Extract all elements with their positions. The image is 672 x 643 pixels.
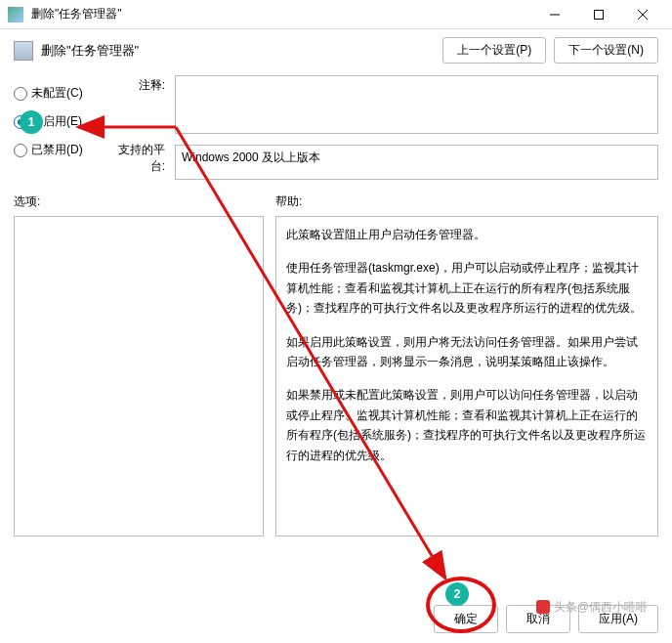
next-setting-button[interactable]: 下一个设置(N) bbox=[554, 37, 658, 64]
radio-not-configured[interactable]: 未配置(C) bbox=[14, 85, 116, 102]
supported-platform-box[interactable]: Windows 2000 及以上版本 bbox=[175, 145, 658, 180]
help-p3: 如果启用此策略设置，则用户将无法访问任务管理器。如果用户尝试启动任务管理器，则将… bbox=[286, 332, 648, 372]
help-panel: 此策略设置阻止用户启动任务管理器。 使用任务管理器(taskmgr.exe)，用… bbox=[275, 216, 658, 536]
window-controls bbox=[532, 1, 664, 28]
window-icon bbox=[8, 7, 23, 22]
platform-text: Windows 2000 及以上版本 bbox=[182, 150, 320, 164]
comment-textarea[interactable] bbox=[175, 75, 658, 134]
previous-setting-button[interactable]: 上一个设置(P) bbox=[442, 37, 546, 64]
prev-label: 上一个设置(P) bbox=[457, 43, 531, 57]
next-label: 下一个设置(N) bbox=[568, 43, 644, 57]
maximize-button[interactable] bbox=[576, 1, 620, 28]
annotation-badge-1: 1 bbox=[20, 110, 43, 134]
options-panel bbox=[14, 216, 264, 536]
svg-rect-0 bbox=[594, 10, 603, 19]
panels-row: 此策略设置阻止用户启动任务管理器。 使用任务管理器(taskmgr.exe)，用… bbox=[0, 216, 672, 536]
field-column: Windows 2000 及以上版本 bbox=[175, 75, 658, 180]
radio-icon bbox=[14, 87, 27, 101]
platform-label: 支持的平台: bbox=[116, 142, 165, 175]
header-row: 删除"任务管理器" 上一个设置(P) 下一个设置(N) bbox=[0, 29, 672, 75]
close-button[interactable] bbox=[620, 1, 664, 28]
policy-title: 删除"任务管理器" bbox=[41, 42, 435, 60]
help-label: 帮助: bbox=[275, 193, 302, 210]
minimize-button[interactable] bbox=[532, 1, 576, 28]
ok-label: 确定 bbox=[454, 612, 478, 625]
window-titlebar: 删除"任务管理器" bbox=[0, 0, 672, 29]
help-p4: 如果禁用或未配置此策略设置，则用户可以访问任务管理器，以启动或停止程序、监视其计… bbox=[286, 385, 648, 465]
radio-disabled[interactable]: 已禁用(D) bbox=[14, 142, 116, 158]
radio-icon bbox=[14, 144, 27, 157]
radio-label-disabled: 已禁用(D) bbox=[31, 142, 83, 158]
options-label: 选项: bbox=[14, 193, 275, 210]
ok-button[interactable]: 确定 bbox=[434, 605, 498, 633]
config-area: 未配置(C) 已启用(E) 已禁用(D) 注释: 支持的平台: Windows … bbox=[0, 75, 672, 180]
watermark: 头条@偶西小嗒嗒 bbox=[536, 599, 648, 616]
annotation-badge-2: 2 bbox=[445, 582, 469, 606]
comment-label: 注释: bbox=[116, 75, 165, 142]
help-p1: 此策略设置阻止用户启动任务管理器。 bbox=[286, 225, 648, 244]
radio-label-not-configured: 未配置(C) bbox=[31, 85, 83, 102]
help-p2: 使用任务管理器(taskmgr.exe)，用户可以启动或停止程序；监视其计算机性… bbox=[286, 258, 648, 318]
policy-icon bbox=[14, 41, 33, 61]
section-labels: 选项: 帮助: bbox=[0, 180, 672, 216]
window-title: 删除"任务管理器" bbox=[31, 6, 532, 22]
label-column: 注释: 支持的平台: bbox=[116, 75, 175, 180]
